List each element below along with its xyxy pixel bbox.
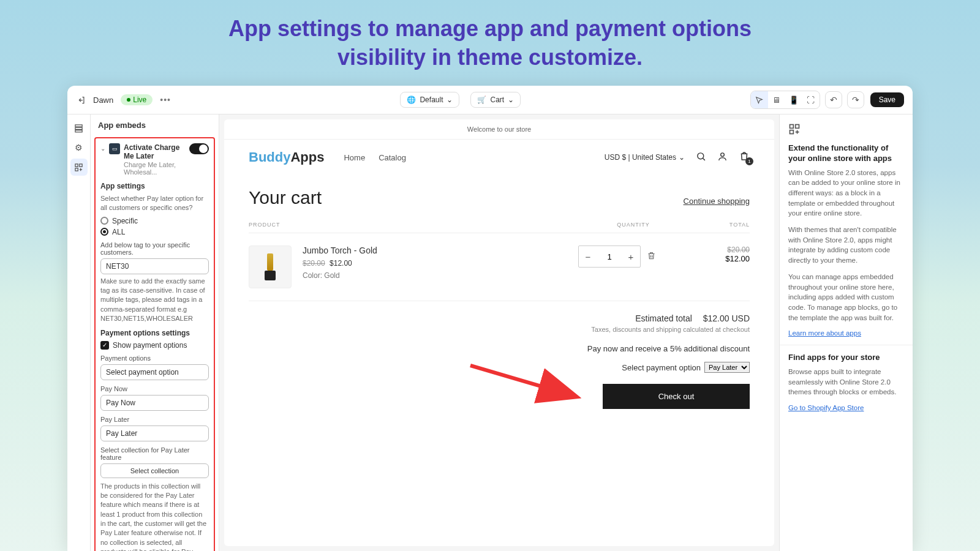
desktop-icon[interactable]: 🖥 xyxy=(768,91,785,108)
panel-heading: App embeds xyxy=(91,121,219,135)
radio-icon xyxy=(100,228,108,236)
embed-toggle[interactable] xyxy=(189,143,209,154)
app-embeds-icon[interactable] xyxy=(70,159,88,176)
svg-rect-3 xyxy=(75,163,78,166)
svg-rect-5 xyxy=(75,168,78,170)
sections-icon[interactable] xyxy=(70,119,88,137)
mobile-icon[interactable]: 📱 xyxy=(785,91,802,108)
account-icon[interactable] xyxy=(717,151,728,164)
qty-decrease[interactable]: − xyxy=(579,246,597,267)
payment-options-title: Payment options settings xyxy=(100,329,209,337)
svg-point-6 xyxy=(698,152,704,159)
settings-icon[interactable]: ⚙ xyxy=(70,139,88,156)
checkout-button[interactable]: Check out xyxy=(603,384,750,409)
chevron-down-icon: ⌄ xyxy=(679,153,685,162)
cart-dropdown[interactable]: 🛒 Cart ⌄ xyxy=(470,92,521,108)
find-apps-desc: Browse apps built to integrate seamlessl… xyxy=(788,367,904,397)
globe-icon: 🌐 xyxy=(407,96,416,104)
embed-subtitle: Charge Me Later, Wholesal... xyxy=(124,161,186,176)
extend-p3: You can manage apps embedded throughout … xyxy=(788,272,904,323)
svg-rect-9 xyxy=(790,125,794,129)
col-quantity: QUANTITY xyxy=(578,222,688,228)
svg-rect-2 xyxy=(75,130,82,132)
product-sale-price: $12.00 xyxy=(330,259,352,268)
estimated-label: Estimated total xyxy=(635,313,692,323)
app-settings-title: App settings xyxy=(100,182,209,190)
device-preview-group: 🖥 📱 ⛶ xyxy=(750,91,820,109)
extend-title: Extend the functionality of your online … xyxy=(788,143,904,164)
payment-options-label: Payment options xyxy=(100,354,209,362)
discount-note: Pay now and receive a 5% additional disc… xyxy=(249,344,750,353)
product-image[interactable] xyxy=(249,246,292,288)
radio-all[interactable]: ALL xyxy=(100,228,209,236)
product-variant: Color: Gold xyxy=(303,271,578,280)
cart-count-badge: 1 xyxy=(745,157,753,165)
app-embed-card: ⌄ ▭ Activate Charge Me Later Charge Me L… xyxy=(94,137,215,551)
payment-options-select[interactable]: Select payment option xyxy=(100,364,209,380)
template-label: Default xyxy=(420,96,443,104)
select-collection-button[interactable]: Select collection xyxy=(100,463,209,478)
banner-line1: App settings to manage app and payment o… xyxy=(0,15,980,43)
app-store-link[interactable]: Go to Shopify App Store xyxy=(788,404,864,411)
row-total-price: $12.00 xyxy=(725,254,750,263)
tax-note: Taxes, discounts and shipping calculated… xyxy=(249,326,750,333)
collection-desc: The products in this collection will be … xyxy=(100,482,209,551)
cart-icon: 🛒 xyxy=(477,96,486,104)
product-name[interactable]: Jumbo Torch - Gold xyxy=(303,246,578,255)
learn-more-link[interactable]: Learn more about apps xyxy=(788,329,861,337)
topbar: Dawn Live ••• 🌐 Default ⌄ 🛒 Cart ⌄ 🖥 📱 xyxy=(67,86,913,114)
svg-rect-4 xyxy=(80,163,82,166)
undo-icon[interactable]: ↶ xyxy=(825,91,842,108)
search-icon[interactable] xyxy=(696,151,706,164)
trash-icon[interactable] xyxy=(647,251,656,262)
col-total: TOTAL xyxy=(688,222,750,228)
fullscreen-icon[interactable]: ⛶ xyxy=(802,91,820,108)
extend-p2: With themes that aren't compatible with … xyxy=(788,225,904,266)
paynow-label: Pay Now xyxy=(100,385,209,392)
tag-help: Make sure to add the exactly same tag as… xyxy=(100,277,209,324)
logo-part2: Apps xyxy=(290,149,324,165)
nav-catalog[interactable]: Catalog xyxy=(379,153,406,162)
preview-area: Welcome to our store BuddyApps Home Cata… xyxy=(219,114,779,551)
continue-shopping-link[interactable]: Continue shopping xyxy=(684,197,750,206)
show-payment-checkbox[interactable]: ✓ Show payment options xyxy=(100,341,209,350)
paylater-label: Pay Later xyxy=(100,416,209,423)
row-orig-price: $20.00 xyxy=(688,246,750,254)
qty-value[interactable]: 1 xyxy=(597,246,622,267)
save-button[interactable]: Save xyxy=(870,92,904,107)
radio-specific-label: Specific xyxy=(112,217,138,225)
cart-icon[interactable]: 1 xyxy=(739,151,750,164)
paylater-input[interactable] xyxy=(100,425,209,441)
nav-home[interactable]: Home xyxy=(344,153,365,162)
svg-point-7 xyxy=(721,152,725,156)
store-logo[interactable]: BuddyApps xyxy=(249,149,324,165)
radio-all-label: ALL xyxy=(112,228,125,236)
radio-specific[interactable]: Specific xyxy=(100,217,209,225)
chevron-down-icon: ⌄ xyxy=(508,96,514,104)
banner-line2: visibility in theme customize. xyxy=(0,43,980,72)
embed-title: Activate Charge Me Later xyxy=(124,143,186,161)
redo-icon[interactable]: ↷ xyxy=(847,91,864,108)
currency-label: USD $ | United States xyxy=(605,153,676,162)
currency-select[interactable]: USD $ | United States ⌄ xyxy=(605,153,685,162)
exit-icon[interactable] xyxy=(76,95,86,105)
left-panel: App embeds ⌄ ▭ Activate Charge Me Later … xyxy=(91,114,219,551)
cart-row: Jumbo Torch - Gold $20.00 $12.00 Color: … xyxy=(249,233,750,301)
qty-increase[interactable]: + xyxy=(622,246,640,267)
collection-label: Select collection for Pay Later feature xyxy=(100,446,209,461)
tag-input[interactable] xyxy=(100,258,209,274)
logo-part1: Buddy xyxy=(249,149,290,165)
svg-rect-11 xyxy=(790,130,794,134)
paynow-input[interactable] xyxy=(100,395,209,411)
icon-rail: ⚙ xyxy=(67,114,91,551)
chevron-down-icon[interactable]: ⌄ xyxy=(100,145,105,152)
announcement-bar: Welcome to our store xyxy=(224,119,774,140)
template-select[interactable]: 🌐 Default ⌄ xyxy=(400,92,459,108)
show-payment-label: Show payment options xyxy=(113,341,187,350)
pay-option-select[interactable]: Pay Later xyxy=(704,362,750,373)
more-icon[interactable]: ••• xyxy=(160,95,171,105)
page-title: Your cart xyxy=(249,187,322,208)
tag-label: Add below tag to your specific customers… xyxy=(100,241,209,256)
inspector-icon[interactable] xyxy=(751,91,768,108)
quantity-stepper: − 1 + xyxy=(578,246,641,268)
